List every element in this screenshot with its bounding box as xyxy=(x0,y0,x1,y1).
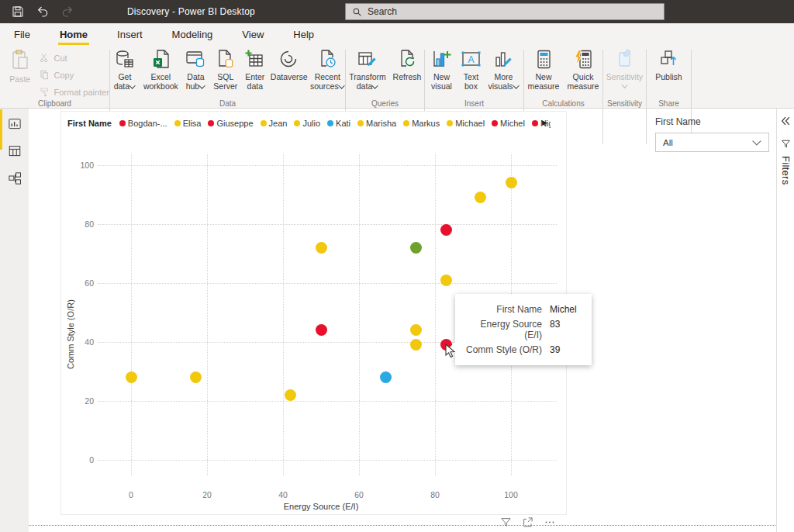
chevron-down-icon xyxy=(513,82,519,88)
menu-modeling[interactable]: Modeling xyxy=(172,25,213,43)
svg-text:A: A xyxy=(468,54,474,65)
tooltip-label: Energy Source (E/I) xyxy=(464,319,542,340)
group-label-sensitivity: Sensitivity xyxy=(603,99,646,108)
group-label-calculations: Calculations xyxy=(524,99,602,108)
more-visuals-button[interactable]: More visuals xyxy=(486,47,522,91)
chevron-down-icon xyxy=(372,82,378,88)
dataverse-icon xyxy=(278,49,299,70)
filters-pane-label[interactable]: Filters xyxy=(780,156,792,185)
data-point[interactable] xyxy=(440,275,452,286)
get-data-button[interactable]: Get data xyxy=(110,47,140,91)
group-label-clipboard: Clipboard xyxy=(0,99,109,108)
dataverse-button[interactable]: Dataverse xyxy=(271,47,308,91)
gridline-horizontal xyxy=(98,224,557,225)
gridline-vertical xyxy=(283,154,284,475)
undo-icon[interactable] xyxy=(36,5,50,19)
tooltip-value: 83 xyxy=(550,319,582,340)
filters-icon[interactable] xyxy=(781,139,791,149)
format-painter-button[interactable]: Format painter xyxy=(40,85,109,98)
group-label-queries: Queries xyxy=(346,99,424,108)
ribbon-group-clipboard: Paste Cut Copy xyxy=(0,45,109,109)
data-point[interactable] xyxy=(410,324,422,336)
copy-button[interactable]: Copy xyxy=(40,68,109,81)
y-tick-label: 60 xyxy=(67,278,94,288)
search-input[interactable]: Search xyxy=(345,3,665,20)
ribbon-group-share: Publish Share xyxy=(647,45,691,109)
new-measure-button[interactable]: New measure xyxy=(525,47,562,91)
x-tick-label: 80 xyxy=(423,490,447,499)
menu-insert[interactable]: Insert xyxy=(117,25,143,43)
new-visual-icon xyxy=(431,49,452,70)
data-point[interactable] xyxy=(316,242,327,254)
enter-data-button[interactable]: Enter data xyxy=(242,47,268,91)
paste-button[interactable]: Paste xyxy=(6,47,33,98)
gridline-horizontal xyxy=(98,283,557,284)
data-point[interactable] xyxy=(410,339,422,351)
redo-icon xyxy=(60,5,74,19)
enter-data-icon xyxy=(244,49,265,70)
save-icon[interactable] xyxy=(11,5,25,19)
ribbon-group-calculations: New measure Quick measure Calculat xyxy=(524,45,602,109)
mouse-cursor xyxy=(445,344,457,358)
search-placeholder: Search xyxy=(368,6,397,17)
menu-view[interactable]: View xyxy=(242,25,264,43)
refresh-button[interactable]: Refresh xyxy=(391,47,423,91)
transform-data-button[interactable]: Transform data xyxy=(347,47,388,91)
search-icon xyxy=(352,7,362,17)
title-bar: Discovery - Power BI Desktop Search xyxy=(0,0,794,23)
data-point[interactable] xyxy=(440,224,452,236)
data-view-icon[interactable] xyxy=(8,144,22,158)
y-tick-label: 0 xyxy=(67,455,94,465)
chevron-down-icon xyxy=(752,136,761,145)
report-view-icon[interactable] xyxy=(8,117,22,131)
recent-sources-button[interactable]: Recent sources xyxy=(310,47,345,91)
ribbon-group-data: Get data Excel workbook Data h xyxy=(110,45,345,109)
sensitivity-button[interactable]: Sensitivity xyxy=(604,47,646,88)
ribbon-group-queries: Transform data Refresh Queries xyxy=(346,45,424,109)
data-point[interactable] xyxy=(380,371,392,383)
quick-measure-button[interactable]: Quick measure xyxy=(564,47,602,91)
gridline-horizontal xyxy=(98,165,557,166)
menu-file[interactable]: File xyxy=(14,25,30,43)
data-point[interactable] xyxy=(126,371,137,383)
sql-server-button[interactable]: SQL Server xyxy=(212,47,240,91)
format-painter-icon xyxy=(40,87,50,97)
filters-pane-collapsed: Filters xyxy=(776,109,794,532)
data-point[interactable] xyxy=(190,371,202,383)
slicer-title: First Name xyxy=(655,116,769,127)
more-options-icon[interactable] xyxy=(544,516,556,528)
focus-mode-icon[interactable] xyxy=(522,516,533,528)
x-axis-title: Energy Source (E/I) xyxy=(88,502,554,511)
data-point[interactable] xyxy=(410,242,422,254)
data-hub-icon xyxy=(185,49,206,70)
cut-button[interactable]: Cut xyxy=(40,51,109,64)
data-point[interactable] xyxy=(285,389,296,401)
data-point[interactable] xyxy=(506,177,517,188)
menu-help[interactable]: Help xyxy=(293,25,314,43)
publish-icon xyxy=(658,49,679,70)
expand-pane-icon[interactable] xyxy=(780,116,791,126)
quick-measure-icon xyxy=(573,49,594,70)
data-point[interactable] xyxy=(475,192,486,203)
publish-button[interactable]: Publish xyxy=(652,47,686,81)
y-tick-label: 20 xyxy=(67,396,94,406)
x-tick-label: 60 xyxy=(347,490,371,499)
data-point-tooltip: First Name Michel Energy Source (E/I) 83… xyxy=(455,294,592,365)
ribbon: Paste Cut Copy xyxy=(0,45,794,109)
chevron-down-icon xyxy=(198,82,205,88)
data-hub-button[interactable]: Data hub xyxy=(182,47,209,91)
visual-header-toolbar xyxy=(500,516,556,528)
more-visuals-icon xyxy=(493,49,514,70)
excel-workbook-icon xyxy=(150,49,171,70)
text-box-button[interactable]: A Text box xyxy=(459,47,484,91)
group-label-data: Data xyxy=(110,99,345,108)
visual-filter-icon[interactable] xyxy=(500,516,512,528)
tooltip-value: Michel xyxy=(550,304,582,315)
ribbon-group-sensitivity: Sensitivity Sensitivity xyxy=(603,45,646,109)
model-view-icon[interactable] xyxy=(8,171,22,185)
data-point[interactable] xyxy=(316,324,327,336)
excel-workbook-button[interactable]: Excel workbook xyxy=(142,47,180,91)
slicer-dropdown[interactable]: All xyxy=(655,133,769,152)
menu-home[interactable]: Home xyxy=(60,25,88,43)
new-visual-button[interactable]: New visual xyxy=(427,47,457,91)
